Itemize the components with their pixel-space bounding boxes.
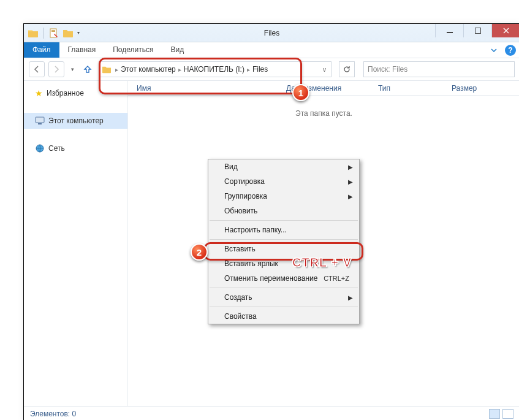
status-bar: Элементов: 0 [24, 406, 519, 420]
ctx-view[interactable]: Вид▶ [208, 159, 359, 174]
empty-folder-message: Эта папка пуста. [128, 109, 519, 118]
breadcrumb-segment[interactable]: Этот компьютер [121, 65, 176, 74]
svg-rect-2 [51, 31, 55, 32]
quick-access-toolbar: ▾ [24, 28, 80, 39]
close-button[interactable] [491, 24, 519, 37]
context-menu: Вид▶ Сортировка▶ Группировка▶ Обновить Н… [208, 159, 360, 324]
annotation-marker-1: 1 [292, 84, 309, 101]
breadcrumb-segment[interactable]: Files [252, 65, 268, 74]
ctx-paste[interactable]: Вставить [208, 242, 359, 256]
search-input[interactable]: Поиск: Files [363, 61, 515, 77]
ribbon-tabs: Файл Главная Поделиться Вид ? [24, 42, 519, 58]
sidebar-item-network[interactable]: Сеть [24, 140, 127, 157]
star-icon: ★ [35, 88, 43, 98]
svg-rect-6 [38, 123, 42, 124]
breadcrumb-segment[interactable]: НАКОПИТЕЛЬ (I:) [184, 65, 244, 74]
navigation-row: ▾ ▸ Этот компьютер ▸ НАКОПИТЕЛЬ (I:) ▸ F… [24, 58, 519, 80]
tab-view[interactable]: Вид [162, 42, 192, 58]
window-title: Files [264, 29, 279, 37]
chevron-right-icon: ▶ [348, 193, 353, 200]
back-button[interactable] [29, 61, 45, 77]
sidebar-item-label: Избранное [47, 89, 84, 97]
sidebar-item-label: Сеть [48, 144, 65, 153]
expand-ribbon-button[interactable] [488, 44, 500, 56]
view-details-button[interactable] [489, 409, 500, 419]
search-placeholder: Поиск: Files [368, 65, 407, 74]
help-button[interactable]: ? [505, 45, 516, 56]
svg-rect-4 [475, 28, 480, 34]
sidebar-item-favorites[interactable]: ★ Избранное [24, 85, 127, 102]
forward-button[interactable] [48, 61, 64, 77]
title-bar: ▾ Files [24, 24, 519, 42]
annotation-ctrl-v-label: CTRL + V [292, 256, 352, 270]
properties-icon[interactable] [49, 28, 59, 38]
navigation-pane: ★ Избранное Этот компьютер Сеть [24, 81, 128, 406]
annotation-marker-2: 2 [191, 243, 208, 261]
network-icon [35, 143, 45, 153]
qat-dropdown-icon[interactable]: ▾ [77, 30, 80, 36]
status-item-count: Элементов: 0 [30, 410, 76, 418]
svg-rect-3 [447, 32, 453, 33]
chevron-right-icon: ▶ [348, 294, 353, 301]
ctx-properties[interactable]: Свойства [208, 309, 359, 324]
chevron-right-icon[interactable]: ▸ [177, 66, 183, 73]
view-icons-button[interactable] [502, 409, 513, 419]
svg-rect-1 [51, 30, 55, 31]
up-button[interactable] [80, 62, 95, 77]
svg-rect-5 [36, 117, 44, 123]
computer-icon [35, 116, 45, 125]
sidebar-item-this-pc[interactable]: Этот компьютер [24, 113, 127, 129]
ctx-group[interactable]: Группировка▶ [208, 189, 359, 204]
column-header-name[interactable]: Имя [128, 84, 281, 93]
folder-icon [28, 28, 39, 38]
address-bar[interactable]: ▸ Этот компьютер ▸ НАКОПИТЕЛЬ (I:) ▸ Fil… [99, 61, 331, 77]
ctx-customize-folder[interactable]: Настроить папку... [208, 223, 359, 237]
chevron-right-icon: ▶ [348, 164, 353, 170]
folder-icon [102, 65, 112, 74]
tab-home[interactable]: Главная [59, 42, 105, 58]
minimize-button[interactable] [435, 24, 463, 37]
ctx-sort[interactable]: Сортировка▶ [208, 174, 359, 189]
refresh-button[interactable] [339, 61, 355, 77]
chevron-right-icon[interactable]: ▸ [114, 66, 119, 73]
ctx-shortcut-label: CTRL+Z [324, 275, 349, 282]
column-header-size[interactable]: Размер [447, 84, 508, 93]
history-dropdown[interactable]: ▾ [68, 61, 77, 77]
sidebar-item-label: Этот компьютер [48, 116, 104, 125]
ctx-undo-rename[interactable]: Отменить переименованиеCTRL+Z [208, 271, 359, 286]
tab-share[interactable]: Поделиться [104, 42, 162, 58]
chevron-right-icon[interactable]: ▸ [246, 66, 251, 73]
file-tab[interactable]: Файл [24, 42, 59, 58]
new-folder-icon[interactable] [63, 28, 74, 38]
column-headers: Имя Дата изменения Тип Размер [128, 81, 519, 96]
chevron-right-icon: ▶ [348, 178, 353, 185]
column-header-type[interactable]: Тип [373, 84, 447, 93]
address-dropdown-icon[interactable]: v [320, 66, 328, 73]
ctx-refresh[interactable]: Обновить [208, 204, 359, 218]
maximize-button[interactable] [463, 24, 491, 37]
ctx-new[interactable]: Создать▶ [208, 290, 359, 305]
